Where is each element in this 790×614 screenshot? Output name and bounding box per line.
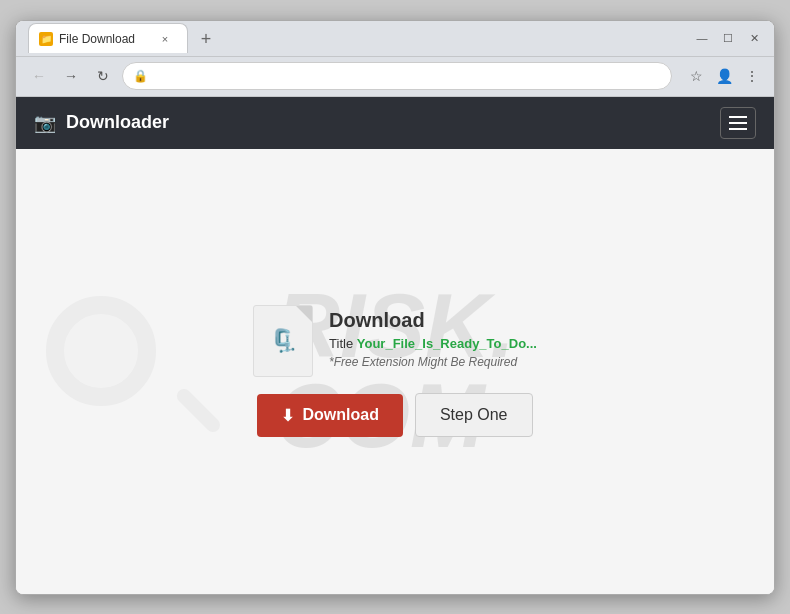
download-btn-label: Download: [302, 406, 378, 424]
magnifier-handle: [174, 386, 223, 435]
forward-btn[interactable]: →: [58, 63, 84, 89]
more-btn[interactable]: ⋮: [740, 64, 764, 88]
download-info: 🗜️ Download Title Your_File_Is_Ready_To_…: [253, 305, 537, 377]
close-btn[interactable]: ✕: [742, 26, 766, 50]
browser-window: 📁 File Download × + — ☐ ✕ ← → ↻ 🔒 ☆ 👤 ⋮: [15, 20, 775, 595]
tab-favicon: 📁: [39, 32, 53, 46]
download-btn[interactable]: ⬇ Download: [257, 394, 402, 437]
camera-icon: 📷: [34, 112, 56, 134]
free-extension-note: *Free Extension Might Be Required: [329, 355, 537, 369]
back-btn[interactable]: ←: [26, 63, 52, 89]
page-content: RISK. COM 🗜️ Download Title Your_File_Is…: [16, 149, 774, 594]
title-label: Title: [329, 336, 353, 351]
lock-icon: 🔒: [133, 69, 148, 83]
file-icon: 🗜️: [253, 305, 313, 377]
hamburger-line-2: [729, 122, 747, 124]
profile-btn[interactable]: 👤: [712, 64, 736, 88]
reload-btn[interactable]: ↻: [90, 63, 116, 89]
active-tab[interactable]: 📁 File Download ×: [28, 23, 188, 53]
file-icon-glyph: 🗜️: [270, 328, 297, 354]
file-title-row: Title Your_File_Is_Ready_To_Do...: [329, 336, 537, 351]
address-input-wrap[interactable]: 🔒: [122, 62, 672, 90]
tab-bar: 📁 File Download × +: [28, 23, 684, 53]
magnifier-circle: [46, 296, 156, 406]
maximize-btn[interactable]: ☐: [716, 26, 740, 50]
address-right-controls: ☆ 👤 ⋮: [684, 64, 764, 88]
step-one-btn[interactable]: Step One: [415, 393, 533, 437]
file-details: Download Title Your_File_Is_Ready_To_Do.…: [329, 305, 537, 369]
window-controls: — ☐ ✕: [690, 26, 766, 50]
bookmark-btn[interactable]: ☆: [684, 64, 708, 88]
download-card: 🗜️ Download Title Your_File_Is_Ready_To_…: [253, 305, 537, 437]
magnifier-watermark: [46, 296, 196, 446]
tab-close-btn[interactable]: ×: [157, 31, 173, 47]
hamburger-menu-btn[interactable]: [720, 107, 756, 139]
hamburger-line-3: [729, 128, 747, 130]
button-row: ⬇ Download Step One: [257, 393, 532, 437]
tab-title: File Download: [59, 32, 135, 46]
app-title: Downloader: [66, 112, 169, 133]
address-bar: ← → ↻ 🔒 ☆ 👤 ⋮: [16, 57, 774, 97]
minimize-btn[interactable]: —: [690, 26, 714, 50]
app-title-group: 📷 Downloader: [34, 112, 169, 134]
download-heading: Download: [329, 309, 537, 332]
hamburger-line-1: [729, 116, 747, 118]
title-bar: 📁 File Download × + — ☐ ✕: [16, 21, 774, 57]
app-header: 📷 Downloader: [16, 97, 774, 149]
filename-text: Your_File_Is_Ready_To_Do...: [357, 336, 537, 351]
download-icon: ⬇: [281, 406, 294, 425]
new-tab-btn[interactable]: +: [192, 25, 220, 53]
